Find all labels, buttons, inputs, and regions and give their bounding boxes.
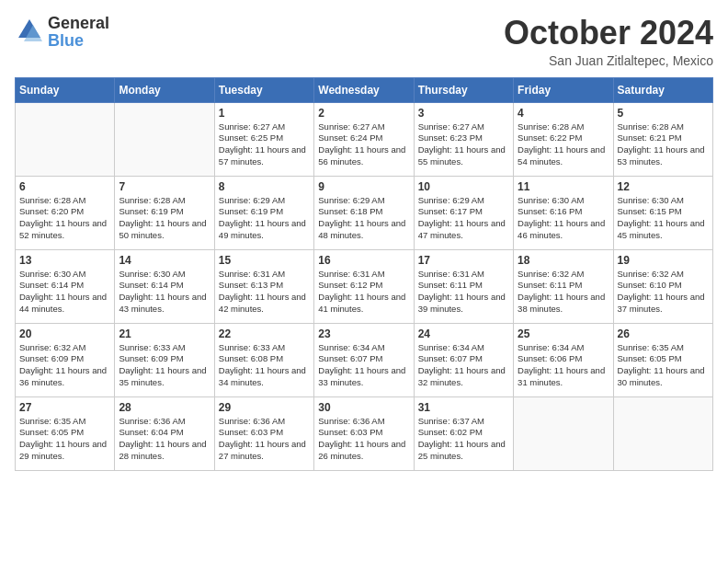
day-number: 15: [219, 254, 310, 267]
calendar-cell: 1Sunrise: 6:27 AM Sunset: 6:25 PM Daylig…: [214, 102, 313, 176]
weekday-header-row: SundayMondayTuesdayWednesdayThursdayFrid…: [16, 77, 713, 102]
day-info: Sunrise: 6:36 AM Sunset: 6:04 PM Dayligh…: [119, 416, 210, 463]
calendar-cell: [613, 396, 712, 470]
calendar-cell: 19Sunrise: 6:32 AM Sunset: 6:10 PM Dayli…: [613, 249, 712, 323]
calendar-cell: 25Sunrise: 6:34 AM Sunset: 6:06 PM Dayli…: [514, 323, 613, 396]
day-info: Sunrise: 6:31 AM Sunset: 6:12 PM Dayligh…: [318, 269, 409, 316]
calendar-cell: 13Sunrise: 6:30 AM Sunset: 6:14 PM Dayli…: [16, 249, 115, 323]
calendar-cell: 24Sunrise: 6:34 AM Sunset: 6:07 PM Dayli…: [414, 323, 513, 396]
calendar-cell: 14Sunrise: 6:30 AM Sunset: 6:14 PM Dayli…: [115, 249, 214, 323]
calendar-cell: [115, 102, 214, 176]
day-info: Sunrise: 6:36 AM Sunset: 6:03 PM Dayligh…: [318, 416, 409, 463]
day-number: 17: [418, 254, 509, 267]
day-number: 26: [618, 327, 709, 340]
day-number: 23: [318, 327, 409, 340]
day-number: 2: [318, 107, 409, 120]
calendar-cell: [514, 396, 613, 470]
day-info: Sunrise: 6:30 AM Sunset: 6:14 PM Dayligh…: [19, 269, 110, 316]
day-info: Sunrise: 6:33 AM Sunset: 6:09 PM Dayligh…: [119, 342, 210, 389]
day-info: Sunrise: 6:29 AM Sunset: 6:19 PM Dayligh…: [219, 195, 310, 242]
calendar-cell: 3Sunrise: 6:27 AM Sunset: 6:23 PM Daylig…: [414, 102, 513, 176]
weekday-header-saturday: Saturday: [613, 77, 712, 102]
calendar-cell: 30Sunrise: 6:36 AM Sunset: 6:03 PM Dayli…: [314, 396, 414, 470]
day-info: Sunrise: 6:31 AM Sunset: 6:13 PM Dayligh…: [219, 269, 310, 316]
weekday-header-thursday: Thursday: [414, 77, 513, 102]
logo-text: General Blue: [48, 15, 109, 50]
month-title: October 2024: [504, 15, 713, 52]
calendar-cell: 5Sunrise: 6:28 AM Sunset: 6:21 PM Daylig…: [613, 102, 712, 176]
week-row-4: 20Sunrise: 6:32 AM Sunset: 6:09 PM Dayli…: [16, 323, 713, 396]
day-info: Sunrise: 6:30 AM Sunset: 6:15 PM Dayligh…: [618, 195, 709, 242]
day-number: 30: [318, 401, 409, 414]
calendar-cell: 18Sunrise: 6:32 AM Sunset: 6:11 PM Dayli…: [514, 249, 613, 323]
day-info: Sunrise: 6:34 AM Sunset: 6:07 PM Dayligh…: [418, 342, 509, 389]
calendar-cell: 31Sunrise: 6:37 AM Sunset: 6:02 PM Dayli…: [414, 396, 513, 470]
day-number: 6: [19, 180, 110, 193]
page-header: General Blue October 2024 San Juan Zitla…: [15, 15, 713, 68]
day-number: 21: [119, 327, 210, 340]
day-number: 4: [518, 107, 609, 120]
calendar-cell: 23Sunrise: 6:34 AM Sunset: 6:07 PM Dayli…: [314, 323, 414, 396]
logo: General Blue: [15, 15, 109, 50]
day-number: 14: [119, 254, 210, 267]
day-number: 18: [518, 254, 609, 267]
calendar-cell: 22Sunrise: 6:33 AM Sunset: 6:08 PM Dayli…: [214, 323, 313, 396]
day-number: 7: [119, 180, 210, 193]
calendar-cell: 29Sunrise: 6:36 AM Sunset: 6:03 PM Dayli…: [214, 396, 313, 470]
calendar-table: SundayMondayTuesdayWednesdayThursdayFrid…: [15, 77, 713, 471]
calendar-cell: 17Sunrise: 6:31 AM Sunset: 6:11 PM Dayli…: [414, 249, 513, 323]
calendar-cell: 16Sunrise: 6:31 AM Sunset: 6:12 PM Dayli…: [314, 249, 414, 323]
weekday-header-tuesday: Tuesday: [214, 77, 313, 102]
logo-icon: [15, 16, 44, 49]
day-info: Sunrise: 6:36 AM Sunset: 6:03 PM Dayligh…: [219, 416, 310, 463]
day-number: 25: [518, 327, 609, 340]
calendar-cell: 11Sunrise: 6:30 AM Sunset: 6:16 PM Dayli…: [514, 176, 613, 249]
calendar-cell: 4Sunrise: 6:28 AM Sunset: 6:22 PM Daylig…: [514, 102, 613, 176]
week-row-1: 1Sunrise: 6:27 AM Sunset: 6:25 PM Daylig…: [16, 102, 713, 176]
day-info: Sunrise: 6:27 AM Sunset: 6:24 PM Dayligh…: [318, 121, 409, 168]
day-info: Sunrise: 6:33 AM Sunset: 6:08 PM Dayligh…: [219, 342, 310, 389]
day-number: 9: [318, 180, 409, 193]
day-number: 24: [418, 327, 509, 340]
day-number: 16: [318, 254, 409, 267]
weekday-header-monday: Monday: [115, 77, 214, 102]
week-row-2: 6Sunrise: 6:28 AM Sunset: 6:20 PM Daylig…: [16, 176, 713, 249]
weekday-header-wednesday: Wednesday: [314, 77, 414, 102]
day-info: Sunrise: 6:35 AM Sunset: 6:05 PM Dayligh…: [19, 416, 110, 463]
calendar-cell: 15Sunrise: 6:31 AM Sunset: 6:13 PM Dayli…: [214, 249, 313, 323]
location-subtitle: San Juan Zitlaltepec, Mexico: [504, 53, 713, 68]
calendar-cell: 2Sunrise: 6:27 AM Sunset: 6:24 PM Daylig…: [314, 102, 414, 176]
day-info: Sunrise: 6:35 AM Sunset: 6:05 PM Dayligh…: [618, 342, 709, 389]
day-info: Sunrise: 6:32 AM Sunset: 6:10 PM Dayligh…: [618, 269, 709, 316]
day-number: 1: [219, 107, 310, 120]
day-number: 29: [219, 401, 310, 414]
calendar-cell: 27Sunrise: 6:35 AM Sunset: 6:05 PM Dayli…: [16, 396, 115, 470]
day-info: Sunrise: 6:27 AM Sunset: 6:23 PM Dayligh…: [418, 121, 509, 168]
title-area: October 2024 San Juan Zitlaltepec, Mexic…: [504, 15, 713, 68]
calendar-cell: [16, 102, 115, 176]
day-info: Sunrise: 6:30 AM Sunset: 6:14 PM Dayligh…: [119, 269, 210, 316]
day-info: Sunrise: 6:29 AM Sunset: 6:17 PM Dayligh…: [418, 195, 509, 242]
day-number: 31: [418, 401, 509, 414]
week-row-5: 27Sunrise: 6:35 AM Sunset: 6:05 PM Dayli…: [16, 396, 713, 470]
day-number: 28: [119, 401, 210, 414]
day-number: 10: [418, 180, 509, 193]
day-number: 11: [518, 180, 609, 193]
calendar-cell: 12Sunrise: 6:30 AM Sunset: 6:15 PM Dayli…: [613, 176, 712, 249]
calendar-cell: 8Sunrise: 6:29 AM Sunset: 6:19 PM Daylig…: [214, 176, 313, 249]
day-info: Sunrise: 6:37 AM Sunset: 6:02 PM Dayligh…: [418, 416, 509, 463]
day-info: Sunrise: 6:34 AM Sunset: 6:07 PM Dayligh…: [318, 342, 409, 389]
day-number: 3: [418, 107, 509, 120]
week-row-3: 13Sunrise: 6:30 AM Sunset: 6:14 PM Dayli…: [16, 249, 713, 323]
calendar-cell: 21Sunrise: 6:33 AM Sunset: 6:09 PM Dayli…: [115, 323, 214, 396]
day-info: Sunrise: 6:32 AM Sunset: 6:11 PM Dayligh…: [518, 269, 609, 316]
day-number: 12: [618, 180, 709, 193]
day-info: Sunrise: 6:28 AM Sunset: 6:21 PM Dayligh…: [618, 121, 709, 168]
day-number: 22: [219, 327, 310, 340]
calendar-cell: 10Sunrise: 6:29 AM Sunset: 6:17 PM Dayli…: [414, 176, 513, 249]
calendar-cell: 7Sunrise: 6:28 AM Sunset: 6:19 PM Daylig…: [115, 176, 214, 249]
day-info: Sunrise: 6:30 AM Sunset: 6:16 PM Dayligh…: [518, 195, 609, 242]
day-info: Sunrise: 6:29 AM Sunset: 6:18 PM Dayligh…: [318, 195, 409, 242]
weekday-header-friday: Friday: [514, 77, 613, 102]
day-info: Sunrise: 6:28 AM Sunset: 6:22 PM Dayligh…: [518, 121, 609, 168]
